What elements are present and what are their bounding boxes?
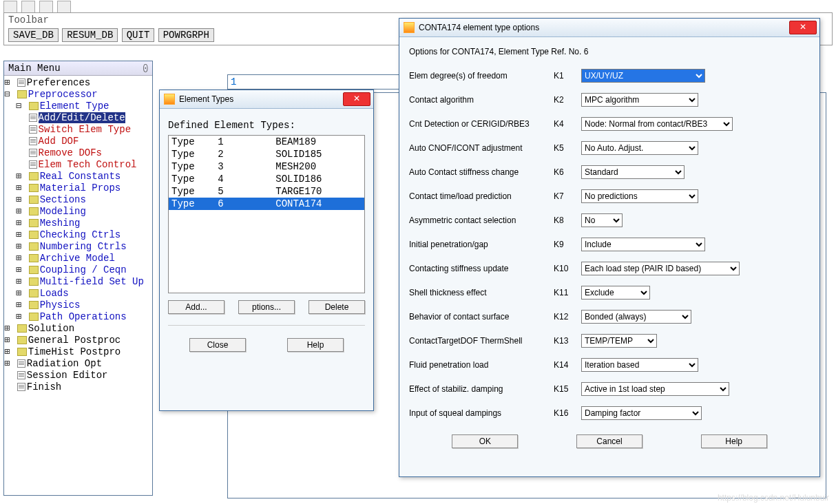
quit-button[interactable]: QUIT (122, 28, 155, 42)
option-select-k1[interactable]: UX/UY/UZ (581, 69, 705, 83)
help-button[interactable]: Help (287, 338, 344, 352)
option-key: K14 (554, 360, 581, 370)
main-menu-titlebar: Main Menu ⨀ (4, 61, 152, 76)
options-button[interactable]: ptions... (238, 300, 295, 314)
tree-general-postproc[interactable]: ⊞ General Postproc (4, 335, 152, 346)
option-select-k13[interactable]: TEMP/TEMP (581, 334, 657, 348)
option-key: K12 (554, 312, 581, 322)
option-key: K16 (554, 408, 581, 418)
option-key: K7 (554, 191, 581, 201)
tree-element-type[interactable]: ⊟ Element Type (4, 101, 152, 112)
option-label: Contact time/load prediction (409, 191, 554, 201)
option-row: Elem degree(s) of freedomK1UX/UY/UZ (409, 63, 810, 87)
save-db-button[interactable]: SAVE_DB (8, 28, 59, 42)
option-select-k16[interactable]: Damping factor (581, 406, 702, 420)
powrgrph-button[interactable]: POWRGRPH (158, 28, 214, 42)
option-select-k10[interactable]: Each load step (PAIR ID based) (581, 262, 740, 275)
option-key: K1 (554, 71, 581, 81)
option-label: Auto Contact stiffness change (409, 167, 554, 177)
option-key: K10 (554, 264, 581, 273)
element-type-row[interactable]: Type 3 MESH200 (169, 160, 364, 173)
option-select-k5[interactable]: No Auto. Adjust. (581, 141, 698, 155)
option-row: Fluid penetration loadK14Iteration based (409, 353, 810, 377)
tree-material-props[interactable]: ⊞ Material Props (4, 182, 152, 194)
options-help-button[interactable]: Help (701, 434, 767, 448)
option-row: Contacting stiffness updateK10Each load … (409, 256, 810, 280)
option-key: K8 (554, 216, 581, 225)
ansys-icon (404, 22, 415, 33)
option-row: Shell thickness effectK11Exclude (409, 280, 810, 304)
close-icon[interactable]: ✕ (343, 92, 370, 106)
nav-tree: ⊞ Preferences ⊟ Preprocessor ⊟ Element T… (4, 76, 152, 395)
option-label: Effect of stabiliz. damping (409, 384, 554, 394)
tree-path-operations[interactable]: ⊞ Path Operations (4, 311, 152, 323)
option-select-k7[interactable]: No predictions (581, 189, 698, 203)
tree-timehist-postpro[interactable]: ⊞ TimeHist Postpro (4, 346, 152, 358)
tree-session-editor[interactable]: Session Editor (4, 370, 152, 381)
option-label: Shell thickness effect (409, 288, 554, 297)
watermark: https://blog.csdn.net/Hulunbuir (718, 493, 829, 503)
resum-db-button[interactable]: RESUM_DB (62, 28, 118, 42)
element-types-list[interactable]: Type 1 BEAM189Type 2 SOLID185Type 3 MESH… (168, 135, 365, 293)
main-menu-panel: Main Menu ⨀ ⊞ Preferences ⊟ Preprocessor… (3, 61, 153, 496)
option-select-k9[interactable]: Include (581, 238, 705, 251)
close-icon[interactable]: ✕ (789, 21, 817, 34)
tree-preferences[interactable]: ⊞ Preferences (4, 77, 152, 89)
tree-real-constants[interactable]: ⊞ Real Constants (4, 171, 152, 182)
option-key: K5 (554, 143, 581, 153)
delete-button[interactable]: Delete (309, 300, 365, 314)
option-select-k6[interactable]: Standard (581, 165, 685, 179)
element-types-title: Element Types (179, 94, 233, 104)
option-label: Input of squeal dampings (409, 408, 554, 418)
option-row: Input of squeal dampingsK16Damping facto… (409, 401, 810, 425)
tree-remove-dofs[interactable]: Remove DOFs (4, 147, 152, 159)
tree-archive-model[interactable]: ⊞ Archive Model (4, 253, 152, 264)
tree-finish[interactable]: Finish (4, 381, 152, 393)
tree-loads[interactable]: ⊞ Loads (4, 288, 152, 300)
tree-modeling[interactable]: ⊞ Modeling (4, 206, 152, 218)
element-type-row[interactable]: Type 2 SOLID185 (169, 148, 364, 160)
option-key: K15 (554, 384, 581, 394)
element-type-row[interactable]: Type 4 SOLID186 (169, 173, 364, 185)
tree-multifield[interactable]: ⊞ Multi-field Set Up (4, 276, 152, 288)
option-select-k4[interactable]: Node: Normal from contact/RBE3 (581, 117, 733, 131)
tree-elem-tech-control[interactable]: Elem Tech Control (4, 159, 152, 171)
tree-add-dof[interactable]: Add DOF (4, 136, 152, 147)
cancel-button[interactable]: Cancel (576, 434, 642, 448)
option-select-k12[interactable]: Bonded (always) (581, 310, 691, 324)
option-label: Cnt Detection or CERIGID/RBE3 (409, 119, 554, 129)
tree-switch-elem-type[interactable]: Switch Elem Type (4, 124, 152, 136)
option-row: Behavior of contact surfaceK12Bonded (al… (409, 304, 810, 328)
collapse-icon[interactable]: ⨀ (143, 61, 148, 75)
option-key: K4 (554, 119, 581, 129)
tree-meshing[interactable]: ⊞ Meshing (4, 218, 152, 229)
conta174-options-dialog: CONTA174 element type options ✕ Options … (399, 18, 820, 477)
option-row: Asymmetric contact selectionK8No (409, 208, 810, 232)
tree-sections[interactable]: ⊞ Sections (4, 194, 152, 206)
option-label: Asymmetric contact selection (409, 216, 554, 225)
tree-solution[interactable]: ⊞ Solution (4, 323, 152, 335)
element-type-row[interactable]: Type 1 BEAM189 (169, 136, 364, 148)
option-select-k8[interactable]: No (581, 213, 623, 227)
element-type-row[interactable]: Type 5 TARGE170 (169, 185, 364, 198)
option-select-k15[interactable]: Active in 1st load step (581, 382, 729, 396)
option-row: Auto CNOF/ICONT adjustmentK5No Auto. Adj… (409, 136, 810, 160)
tree-coupling-ceqn[interactable]: ⊞ Coupling / Ceqn (4, 264, 152, 276)
tree-radiation-opt[interactable]: ⊞ Radiation Opt (4, 358, 152, 370)
option-select-k14[interactable]: Iteration based (581, 358, 698, 372)
ok-button[interactable]: OK (452, 434, 518, 448)
element-type-row[interactable]: Type 6 CONTA174 (169, 198, 364, 210)
tree-physics[interactable]: ⊞ Physics (4, 300, 152, 311)
tree-checking-ctrls[interactable]: ⊞ Checking Ctrls (4, 229, 152, 241)
option-row: Initial penetration/gapK9Include (409, 232, 810, 256)
element-types-dialog: Element Types ✕ Defined Element Types: T… (159, 90, 374, 411)
options-dialog-title: CONTA174 element type options (419, 23, 539, 32)
tree-numbering-ctrls[interactable]: ⊞ Numbering Ctrls (4, 241, 152, 253)
close-button[interactable]: Close (189, 338, 246, 352)
option-select-k2[interactable]: MPC algorithm (581, 93, 698, 107)
option-select-k11[interactable]: Exclude (581, 286, 650, 300)
tree-add-edit-delete[interactable]: Add/Edit/Delete (4, 112, 152, 124)
add-button[interactable]: Add... (168, 300, 224, 314)
tree-preprocessor[interactable]: ⊟ Preprocessor (4, 89, 152, 101)
option-key: K11 (554, 288, 581, 297)
